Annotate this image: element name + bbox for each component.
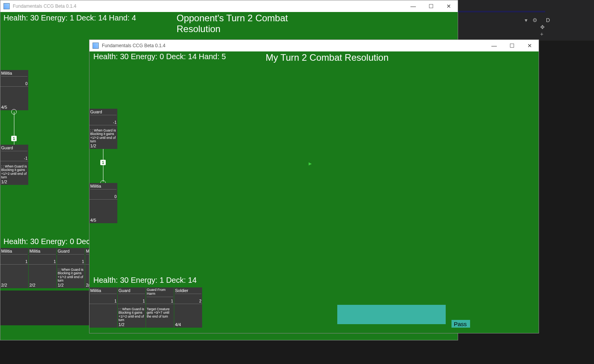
card-name: Guard <box>58 249 84 255</box>
card-name: Guard From Harm <box>147 288 173 297</box>
card-cost: -1 <box>24 156 27 161</box>
maximize-icon: ☐ <box>429 3 434 9</box>
phase-indicator: My Turn 2 Combat Resolution <box>266 52 388 63</box>
card-stats: 1/2 <box>58 283 64 287</box>
app-icon <box>93 43 99 49</box>
hand-card[interactable]: Soldier 2 4/4 <box>174 287 202 328</box>
card-cost: 1 <box>171 299 173 303</box>
card-stats: 2/2 <box>29 283 35 287</box>
hand-card[interactable]: Militia 1 2/2 <box>29 248 57 288</box>
card-name: Militia <box>1 249 27 255</box>
card-stats: 1/2 <box>1 179 7 184</box>
move-icon[interactable]: ✥ <box>540 24 545 30</box>
battlefield-card-guard[interactable]: Guard -1 : : When Guard is Blocking it g… <box>0 145 28 185</box>
game-window-2: Fundamentals CCG Beta 0.1.4 — ☐ ✕ Health… <box>89 39 539 333</box>
phase-indicator: Opponent's Turn 2 Combat Resolution <box>177 13 293 34</box>
card-text: : : When Guard is Blocking it gains +1/+… <box>58 268 84 282</box>
player-status: Health: 30 Energy: 0 Deck: <box>3 237 96 246</box>
maximize-icon: ☐ <box>510 43 515 49</box>
minimize-button[interactable]: — <box>485 40 503 51</box>
card-cost: 1 <box>53 260 56 264</box>
card-stats: 1/2 <box>90 144 96 148</box>
hand-card[interactable]: Guard 1 : : When Guard is Blocking it ga… <box>118 287 146 328</box>
card-name: Guard <box>1 145 27 151</box>
card-name: Soldier <box>175 288 201 294</box>
game-surface: Health: 30 Energy: 0 Deck: 14 Hand: 5 My… <box>89 51 539 333</box>
combat-connector-badge: 1 <box>100 160 106 165</box>
window-title: Fundamentals CCG Beta 0.1.4 <box>102 43 165 48</box>
opponent-status: Health: 30 Energy: 1 Deck: 14 Hand: 4 <box>3 14 136 22</box>
card-cost: 1 <box>114 299 117 303</box>
card-text: : : When Guard is Blocking it gains +1/+… <box>1 165 27 179</box>
card-cost: 0 <box>114 195 117 199</box>
card-name: Guard <box>118 288 145 294</box>
window-title: Fundamentals CCG Beta 0.1.4 <box>13 3 76 9</box>
pass-button[interactable]: Pass <box>452 320 470 328</box>
card-name: Militia <box>90 288 117 294</box>
selection-box[interactable] <box>337 305 446 324</box>
card-stats: 4/5 <box>90 218 96 222</box>
close-button[interactable]: ✕ <box>440 0 458 12</box>
title-bar[interactable]: Fundamentals CCG Beta 0.1.4 — ☐ ✕ <box>89 40 539 51</box>
cursor-icon: ▸ <box>309 160 312 167</box>
battlefield-card-militia[interactable]: Militia 0 4/5 <box>89 183 117 223</box>
card-cost: 0 <box>25 82 27 86</box>
battlefield-card-militia[interactable]: Militia 0 4/5 <box>0 70 28 110</box>
card-text: : : When Guard is Blocking it gains +1/+… <box>90 129 117 143</box>
close-button[interactable]: ✕ <box>521 40 539 51</box>
opponent-status: Health: 30 Energy: 0 Deck: 14 Hand: 5 <box>93 52 226 61</box>
hand-card[interactable]: Guard 1 : : When Guard is Blocking it ga… <box>57 248 85 288</box>
card-text: Target Creature gets +0/+7 until the end… <box>147 308 173 318</box>
card-stats: 2/2 <box>1 283 7 287</box>
card-name: Guard <box>90 109 117 115</box>
card-name: Militia <box>90 184 117 190</box>
dropdown-icon[interactable]: ▾ <box>525 17 527 23</box>
card-text: : : When Guard is Blocking it gains +1/+… <box>118 308 145 322</box>
close-icon: ✕ <box>527 43 532 49</box>
gear-icon[interactable]: ⚙ <box>532 17 537 23</box>
plus-icon[interactable]: + <box>540 31 543 37</box>
player-status: Health: 30 Energy: 1 Deck: 14 <box>93 276 197 285</box>
battlefield-card-guard[interactable]: Guard -1 : : When Guard is Blocking it g… <box>89 109 117 149</box>
minimize-button[interactable]: — <box>404 0 422 12</box>
card-cost: 1 <box>25 260 27 264</box>
card-stats: 4/5 <box>1 105 7 109</box>
hand-card[interactable]: Guard From Harm 1 Target Creature gets +… <box>146 287 174 328</box>
combat-connector-badge: 1 <box>11 136 17 141</box>
card-cost: 1 <box>142 299 145 303</box>
pass-button-label: Pass <box>454 321 467 327</box>
minimize-icon: — <box>410 3 416 9</box>
card-cost: 1 <box>82 260 84 264</box>
minimize-icon: — <box>491 43 497 49</box>
hand-trough <box>0 291 89 325</box>
combat-connector <box>103 149 103 182</box>
maximize-button[interactable]: ☐ <box>503 40 521 51</box>
card-stats: 4/4 <box>175 322 181 327</box>
card-name: Militia <box>1 71 27 77</box>
card-cost: 2 <box>199 299 201 303</box>
app-icon <box>3 3 10 9</box>
editor-letter: D <box>546 17 550 23</box>
hand-card[interactable]: Militia 1 2/2 <box>0 248 28 288</box>
title-bar[interactable]: Fundamentals CCG Beta 0.1.4 — ☐ ✕ <box>0 0 458 12</box>
maximize-button[interactable]: ☐ <box>422 0 440 12</box>
close-icon: ✕ <box>446 3 451 9</box>
card-cost: -1 <box>113 120 117 125</box>
card-stats: 1/2 <box>118 322 124 327</box>
hand-card[interactable]: Militia 1 <box>89 287 117 328</box>
card-name: Militia <box>29 249 56 255</box>
